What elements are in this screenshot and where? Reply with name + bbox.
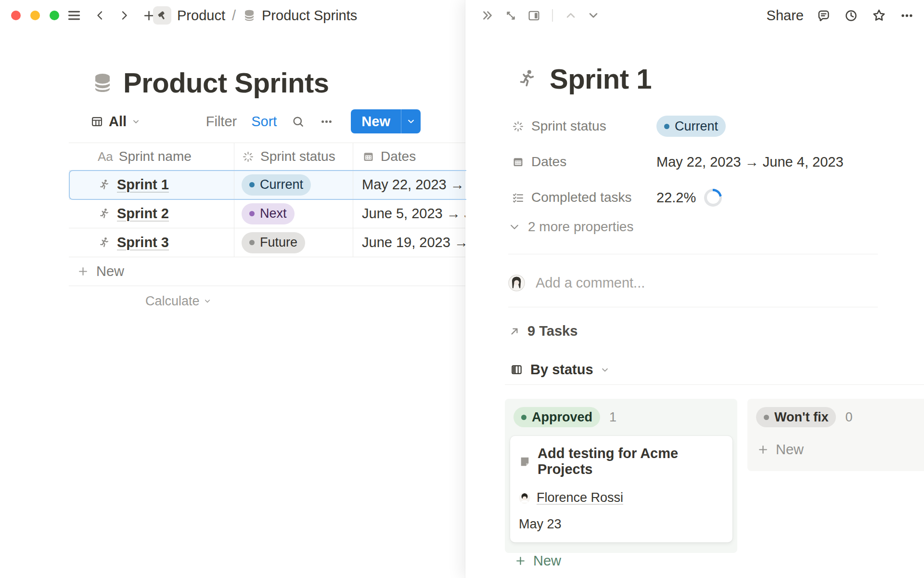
next-record-icon[interactable] xyxy=(587,9,600,22)
page-icon xyxy=(519,456,531,468)
toolbar-divider xyxy=(552,9,553,22)
property-sprint-status[interactable]: Sprint status Current xyxy=(512,114,844,139)
table-row-sprint-2[interactable]: Sprint 2 Next June 5, 2023 → Ju xyxy=(69,199,465,228)
property-dates[interactable]: Dates May 22, 2023 → June 4, 2023 xyxy=(512,149,844,174)
minimize-window-button[interactable] xyxy=(30,11,40,20)
new-record-button[interactable]: New xyxy=(351,109,421,133)
zoom-window-button[interactable] xyxy=(50,11,59,20)
share-button[interactable]: Share xyxy=(767,8,804,24)
sort-button[interactable]: Sort xyxy=(251,114,277,130)
board-view-selector[interactable]: By status xyxy=(510,362,609,378)
updates-clock-icon[interactable] xyxy=(844,8,859,23)
table-row-sprint-3[interactable]: Sprint 3 Future June 19, 2023 → J xyxy=(69,228,465,257)
new-task-label: New xyxy=(533,553,561,569)
database-page: Product Sprints All Filter Sort xyxy=(0,31,465,578)
status-dot xyxy=(521,415,526,420)
forward-button[interactable] xyxy=(118,10,130,21)
column-badge-wontfix[interactable]: Won't fix xyxy=(756,407,836,427)
property-label: Dates xyxy=(531,154,566,170)
calculate-dropdown[interactable]: Calculate xyxy=(145,294,211,309)
page-title: Product Sprints xyxy=(123,66,329,99)
product-teamspace-chip[interactable] xyxy=(153,6,171,25)
new-task-label: New xyxy=(776,442,804,458)
more-options-icon[interactable] xyxy=(320,115,334,129)
comment-placeholder[interactable]: Add a comment... xyxy=(536,275,645,291)
notion-window: Product / Product Sprints Product Sprint… xyxy=(0,0,924,578)
sidebar-menu-icon[interactable] xyxy=(66,8,82,23)
table-header-row: Aa Sprint name Sprint status Dates xyxy=(69,143,465,171)
assignee-name[interactable]: Florence Rossi xyxy=(537,490,623,505)
property-label: Completed tasks xyxy=(531,190,632,205)
column-header-sprint-name[interactable]: Aa Sprint name xyxy=(69,143,234,170)
calculate-label: Calculate xyxy=(145,294,200,309)
search-icon[interactable] xyxy=(291,115,305,129)
new-record-button-label[interactable]: New xyxy=(351,114,401,130)
row-title[interactable]: Sprint 2 xyxy=(117,206,169,222)
properties-list: Sprint status Current Dates May 22, 2023… xyxy=(512,114,844,210)
status-badge-future[interactable]: Future xyxy=(242,232,305,253)
expand-page-icon[interactable] xyxy=(504,9,518,23)
section-divider xyxy=(508,307,878,307)
status-badge-current[interactable]: Current xyxy=(242,174,311,196)
database-table: Aa Sprint name Sprint status Dates xyxy=(69,143,465,316)
board-column-approved: Approved 1 Add testing for Acme Projects xyxy=(505,399,737,553)
runner-icon xyxy=(98,236,110,249)
comments-icon[interactable] xyxy=(816,8,831,23)
linked-tasks-database[interactable]: 9 Tasks xyxy=(508,323,578,339)
chevron-down-icon xyxy=(601,366,609,374)
more-options-icon[interactable] xyxy=(899,8,914,23)
row-title[interactable]: Sprint 3 xyxy=(117,235,169,250)
database-icon[interactable] xyxy=(91,69,114,96)
arrow-up-right-icon xyxy=(508,325,521,338)
calendar-icon xyxy=(512,156,525,169)
status-dot xyxy=(249,182,255,187)
task-card-title[interactable]: Add testing for Acme Projects xyxy=(538,446,724,477)
task-card[interactable]: Add testing for Acme Projects Florence R… xyxy=(510,436,732,542)
dates-cell[interactable]: June 5, 2023 → Ju xyxy=(362,206,465,222)
board-new-task-button[interactable]: New xyxy=(514,553,730,569)
column-header-dates[interactable]: Dates xyxy=(353,143,465,170)
table-new-row-button[interactable]: New xyxy=(69,257,465,286)
dates-cell[interactable]: June 19, 2023 → J xyxy=(362,235,465,250)
column-badge-approved[interactable]: Approved xyxy=(513,407,600,427)
breadcrumb-separator: / xyxy=(232,8,236,24)
board-column-wontfix: Won't fix 0 New xyxy=(747,399,924,471)
previous-record-icon[interactable] xyxy=(564,9,578,22)
hammer-icon xyxy=(156,10,168,21)
dates-value[interactable]: May 22, 2023 → June 4, 2023 xyxy=(656,154,844,170)
runner-icon xyxy=(98,208,110,220)
status-badge-next[interactable]: Next xyxy=(242,203,295,224)
filter-button[interactable]: Filter xyxy=(206,114,237,130)
favorite-star-icon[interactable] xyxy=(871,8,887,24)
board-new-task-button[interactable]: New xyxy=(757,442,923,458)
status-badge-current[interactable]: Current xyxy=(656,116,726,137)
status-dot xyxy=(664,124,669,129)
breadcrumb-root[interactable]: Product xyxy=(177,8,225,24)
status-property-icon xyxy=(512,120,525,133)
runner-icon[interactable] xyxy=(516,68,537,90)
peek-page-title: Sprint 1 xyxy=(550,63,652,95)
close-window-button[interactable] xyxy=(11,11,21,20)
column-count: 1 xyxy=(609,410,616,425)
breadcrumb-current[interactable]: Product Sprints xyxy=(262,8,357,24)
column-header-sprint-status[interactable]: Sprint status xyxy=(234,143,353,170)
close-peek-icon[interactable] xyxy=(480,8,495,23)
section-divider xyxy=(508,254,878,254)
peek-title-block: Sprint 1 xyxy=(516,63,652,95)
dates-cell[interactable]: May 22, 2023 → J xyxy=(362,177,465,193)
breadcrumb: Product / Product Sprints xyxy=(153,0,357,31)
side-peek-mode-icon[interactable] xyxy=(527,9,541,23)
tasks-link-label[interactable]: 9 Tasks xyxy=(527,323,578,339)
database-icon xyxy=(243,9,256,22)
completed-percent-value: 22.2% xyxy=(656,190,696,206)
property-completed-tasks[interactable]: Completed tasks 22.2% xyxy=(512,185,844,210)
new-record-dropdown-icon[interactable] xyxy=(401,117,421,126)
table-row-sprint-1[interactable]: Sprint 1 Current May 22, 2023 → J xyxy=(69,171,465,199)
row-title[interactable]: Sprint 1 xyxy=(117,177,169,193)
title-property-icon: Aa xyxy=(98,149,113,164)
view-tab-all[interactable]: All xyxy=(90,114,140,130)
back-button[interactable] xyxy=(94,10,106,21)
runner-icon xyxy=(98,179,110,191)
comment-input-row[interactable]: Add a comment... xyxy=(508,275,645,291)
more-properties-toggle[interactable]: 2 more properties xyxy=(509,219,633,235)
